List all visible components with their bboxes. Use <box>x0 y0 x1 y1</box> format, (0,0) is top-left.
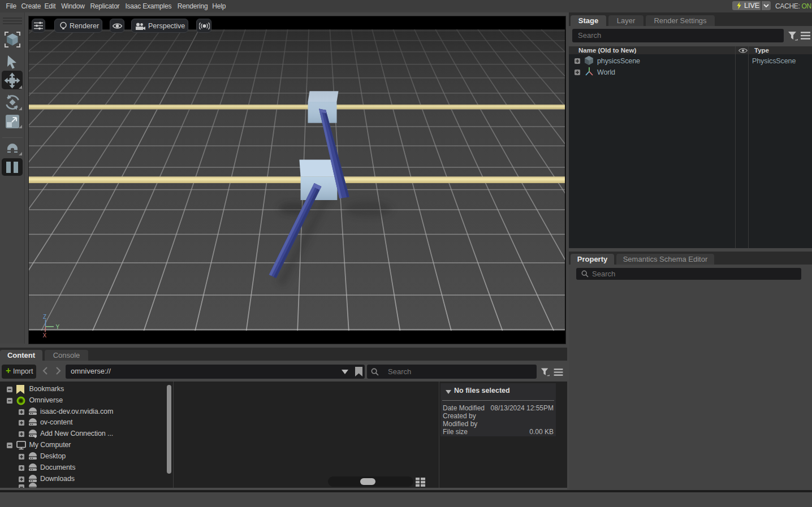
svg-text:Y: Y <box>56 324 60 330</box>
svg-text:X: X <box>43 332 47 339</box>
svg-text:Z: Z <box>43 314 46 320</box>
